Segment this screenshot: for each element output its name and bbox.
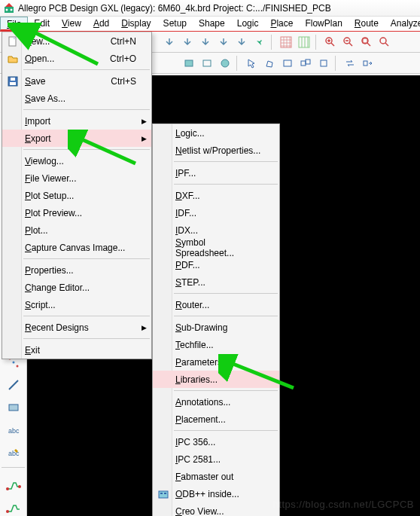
svg-point-20 (12, 361, 14, 363)
menu-separator (23, 316, 150, 316)
side-net2-icon[interactable] (4, 499, 23, 516)
menu-item-plot-preview[interactable]: Plot Preview... (2, 204, 151, 221)
menu-item-label: Properties... (25, 265, 74, 276)
menu-item-annotations[interactable]: Annotations... (153, 393, 279, 411)
menu-item-save-as[interactable]: Save As... (2, 90, 151, 107)
tool-down4[interactable] (215, 34, 232, 50)
side-net1-icon[interactable] (4, 477, 23, 493)
app-icon (3, 2, 15, 14)
menu-route[interactable]: Route (348, 17, 385, 31)
menu-item-netlist-w-properties[interactable]: Netlist w/Properties... (153, 142, 279, 159)
menu-item-ipc-356[interactable]: IPC 356... (153, 433, 279, 450)
menu-item-label: Netlist w/Properties... (175, 145, 260, 156)
menu-item-placement[interactable]: Placement... (153, 411, 279, 428)
tool-swap-icon[interactable] (342, 55, 358, 72)
svg-rect-10 (185, 60, 193, 66)
menu-shape[interactable]: Shape (193, 17, 231, 31)
side-text-edit-icon[interactable]: abc (4, 444, 23, 461)
menu-item-label: Export (25, 133, 51, 144)
svg-rect-17 (364, 61, 367, 66)
menu-item-label: Change Editor... (25, 282, 90, 293)
select-arrow-icon[interactable] (243, 55, 260, 72)
tool-rect3-icon[interactable] (279, 55, 296, 72)
menu-item-label: Parameters... (175, 357, 230, 368)
menu-item-open[interactable]: Open...Ctrl+O (2, 50, 151, 67)
menu-item-exit[interactable]: Exit (2, 341, 151, 359)
side-line-icon[interactable] (4, 377, 23, 393)
menu-item-properties[interactable]: Properties... (2, 261, 151, 279)
menu-file[interactable]: File (0, 17, 28, 31)
menu-item-symbol-spreadsheet[interactable]: Symbol Spreadsheet... (153, 239, 279, 256)
menu-item-label: IPC 356... (175, 437, 215, 447)
menu-item-fabmaster-out[interactable]: Fabmaster out (153, 468, 279, 485)
submenu-arrow-icon: ▶ (142, 324, 147, 331)
menu-item-save[interactable]: SaveCtrl+S (2, 72, 151, 90)
menu-item-dxf[interactable]: DXF... (153, 187, 279, 204)
menu-item-odb-inside[interactable]: ODB++ inside... (153, 485, 279, 502)
menu-setup[interactable]: Setup (157, 17, 193, 31)
menu-display[interactable]: Display (115, 17, 157, 31)
tool-zoom4-icon[interactable] (376, 34, 393, 50)
menu-item-techfile[interactable]: Techfile... (153, 336, 279, 353)
menu-analyze[interactable]: Analyze (385, 17, 420, 31)
menu-item-idf[interactable]: IDF... (153, 204, 279, 221)
menu-item-new[interactable]: New...Ctrl+N (2, 32, 151, 50)
menu-item-script[interactable]: Script... (2, 296, 151, 313)
menu-place[interactable]: Place (264, 17, 299, 31)
menu-item-parameters[interactable]: Parameters... (153, 353, 279, 371)
svg-point-12 (221, 60, 229, 67)
tool-zoomfit-icon[interactable] (358, 34, 375, 50)
menu-item-plot-setup[interactable]: Plot Setup... (2, 187, 151, 204)
menu-item-creo-view[interactable]: Creo View... (153, 502, 279, 516)
side-text-icon[interactable]: abc (4, 422, 23, 438)
tool-pin-icon[interactable] (251, 34, 268, 50)
shape-rect2-icon[interactable] (199, 55, 215, 72)
menu-item-router[interactable]: Router... (153, 296, 279, 313)
tool-down3[interactable] (197, 34, 214, 50)
tool-poly-icon[interactable] (261, 55, 278, 72)
tool-down1[interactable] (161, 34, 178, 50)
menu-item-label: Open... (25, 53, 54, 64)
menu-item-plot[interactable]: Plot... (2, 221, 151, 239)
menu-item-viewlog[interactable]: Viewlog... (2, 152, 151, 169)
shape-rect-icon[interactable] (181, 55, 197, 72)
tool-down2[interactable] (179, 34, 196, 50)
menu-item-file-viewer[interactable]: File Viewer... (2, 169, 151, 187)
side-rect-icon[interactable] (4, 399, 23, 416)
menu-item-import[interactable]: Import▶ (2, 112, 151, 130)
tool-next-icon[interactable] (360, 55, 376, 72)
menu-add[interactable]: Add (87, 17, 115, 31)
svg-rect-15 (306, 60, 310, 64)
menu-shortcut: Ctrl+N (111, 36, 136, 47)
menu-item-capture-canvas-image[interactable]: Capture Canvas Image... (2, 239, 151, 256)
svg-rect-22 (9, 405, 18, 411)
menu-item-label: Recent Designs (25, 322, 89, 333)
shape-circle-icon[interactable] (217, 55, 233, 72)
menu-logic[interactable]: Logic (231, 17, 265, 31)
tool-zoomin-icon[interactable] (322, 34, 339, 50)
tool-grid1-icon[interactable] (278, 34, 294, 50)
tool-rect4-icon[interactable] (297, 55, 314, 72)
menu-item-sub-drawing[interactable]: Sub-Drawing (153, 319, 279, 336)
menu-item-label: Creo View... (175, 506, 224, 517)
menu-item-ipc-2581[interactable]: IPC 2581... (153, 450, 279, 468)
submenu-arrow-icon: ▶ (142, 135, 147, 142)
menu-flowplan[interactable]: FlowPlan (299, 17, 348, 31)
menu-item-ipf[interactable]: IPF... (153, 164, 279, 182)
menu-item-recent-designs[interactable]: Recent Designs▶ (2, 319, 151, 336)
menu-item-export[interactable]: Export▶ (2, 130, 151, 147)
tool-rect5-icon[interactable] (315, 55, 332, 72)
menu-view[interactable]: View (56, 17, 87, 31)
window-title: Allegro PCB Design GXL (legacy): 6M60_4k… (18, 3, 331, 14)
menu-item-change-editor[interactable]: Change Editor... (2, 279, 151, 296)
menu-item-pdf[interactable]: PDF... (153, 256, 279, 273)
menu-item-step[interactable]: STEP... (153, 273, 279, 291)
menu-separator (174, 390, 278, 391)
tool-down5[interactable] (233, 34, 250, 50)
menu-separator (23, 109, 150, 110)
tool-zoomout-icon[interactable] (340, 34, 357, 50)
menu-item-logic[interactable]: Logic... (153, 124, 279, 142)
tool-grid2-icon[interactable] (296, 34, 312, 50)
menu-edit[interactable]: Edit (28, 17, 56, 31)
menu-item-libraries[interactable]: Libraries... (153, 371, 279, 388)
